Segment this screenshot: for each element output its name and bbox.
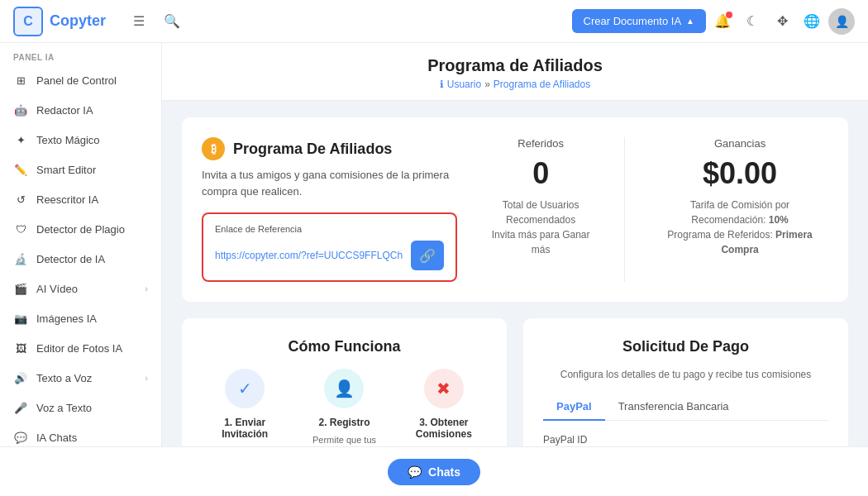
affiliate-card: ₿ Programa De Afiliados Invita a tus ami… bbox=[182, 117, 848, 302]
logo-icon: C bbox=[13, 7, 43, 36]
move-icon[interactable]: ✥ bbox=[769, 8, 795, 35]
crear-documento-button[interactable]: Crear Documento IA ▲ bbox=[572, 9, 706, 33]
sidebar-label-panel-control: Panel de Control bbox=[36, 74, 117, 87]
sidebar-item-detector-plagio[interactable]: 🛡 Detector de Plagio bbox=[0, 214, 161, 244]
topbar-actions: Crear Documento IA ▲ 🔔 ☾ ✥ 🌐 👤 bbox=[572, 8, 855, 35]
stat-divider bbox=[624, 137, 625, 282]
grid-icon: ⊞ bbox=[13, 73, 28, 88]
sidebar-item-detector-ia[interactable]: 🔬 Detector de IA bbox=[0, 244, 161, 274]
affiliate-title: Programa De Afiliados bbox=[233, 141, 392, 158]
bottom-bar: 💬 Chats bbox=[0, 446, 868, 496]
page-title: Programa de Afiliados bbox=[188, 56, 842, 75]
referral-url-text[interactable]: https://copyter.com/?ref=UUCCS9FFLQCh bbox=[215, 250, 403, 261]
logo-text: Copyter bbox=[50, 12, 106, 30]
affiliate-description: Invita a tus amigos y gana comisiones de… bbox=[202, 167, 457, 199]
chevron-right-icon: › bbox=[145, 284, 148, 293]
referidos-label: Referidos bbox=[484, 137, 598, 150]
edit-icon: ✏️ bbox=[13, 162, 28, 177]
page-header: Programa de Afiliados ℹ Usuario » Progra… bbox=[162, 43, 868, 101]
copy-referral-button[interactable]: 🔗 bbox=[411, 241, 444, 270]
sidebar-label-redactor-ia: Redactor IA bbox=[36, 104, 93, 117]
avatar[interactable]: 👤 bbox=[828, 8, 855, 35]
video-icon: 🎬 bbox=[13, 281, 28, 296]
step-2-num: 2. Registro bbox=[301, 417, 387, 428]
speaker-icon: 🔊 bbox=[13, 370, 28, 385]
stats-section: Referidos 0 Total de Usuarios Recomendad… bbox=[484, 137, 828, 282]
ganancias-value: $0.00 bbox=[651, 156, 828, 191]
chat-bottom-icon: 💬 bbox=[408, 465, 422, 479]
main-scrollable: ₿ Programa De Afiliados Invita a tus ami… bbox=[162, 101, 868, 446]
referral-box: Enlace de Referencia https://copyter.com… bbox=[202, 212, 457, 282]
sidebar-item-texto-voz[interactable]: 🔊 Texto a Voz › bbox=[0, 363, 161, 393]
step-2-desc: Permite que tus amigos se registren usan… bbox=[301, 433, 387, 446]
step-3-num: 3. Obtener Comisiones bbox=[401, 417, 487, 440]
affiliate-header: ₿ Programa De Afiliados bbox=[202, 137, 457, 160]
main-content-area: Programa de Afiliados ℹ Usuario » Progra… bbox=[162, 43, 868, 446]
ganancias-label: Ganancias bbox=[651, 137, 828, 150]
sidebar-label-imagenes-ia: Imágenes IA bbox=[36, 312, 97, 325]
sidebar: PANEL IA ⊞ Panel de Control 🤖 Redactor I… bbox=[0, 43, 162, 446]
globe-icon[interactable]: 🌐 bbox=[799, 8, 825, 35]
sidebar-label-detector-ia: Detector de IA bbox=[36, 253, 105, 265]
step-1-icon: ✓ bbox=[225, 369, 265, 408]
referidos-stat: Referidos 0 Total de Usuarios Recomendad… bbox=[484, 137, 598, 282]
payment-tabs: PayPal Transferencia Bancaria bbox=[543, 393, 828, 421]
tab-paypal[interactable]: PayPal bbox=[543, 393, 605, 421]
topbar: C Copyter ☰ 🔍 Crear Documento IA ▲ 🔔 ☾ ✥… bbox=[0, 0, 868, 43]
sidebar-label-reescritor-ia: Reescritor IA bbox=[36, 193, 98, 206]
sidebar-item-voz-texto[interactable]: 🎤 Voz a Texto bbox=[0, 393, 161, 422]
referidos-sub: Total de Usuarios Recomendados Invita má… bbox=[484, 198, 598, 257]
tab-bank[interactable]: Transferencia Bancaria bbox=[605, 393, 742, 421]
search-icon[interactable]: 🔍 bbox=[159, 8, 185, 35]
sidebar-item-reescritor-ia[interactable]: ↺ Reescritor IA bbox=[0, 184, 161, 214]
referral-label: Enlace de Referencia bbox=[215, 224, 444, 234]
sidebar-item-smart-editor[interactable]: ✏️ Smart Editor bbox=[0, 155, 161, 184]
sidebar-item-redactor-ia[interactable]: 🤖 Redactor IA bbox=[0, 95, 161, 125]
affiliate-left: ₿ Programa De Afiliados Invita a tus ami… bbox=[202, 137, 457, 282]
notification-icon[interactable]: 🔔 bbox=[709, 8, 736, 35]
sidebar-label-ia-chats: IA Chats bbox=[36, 432, 77, 444]
sidebar-label-voz-texto: Voz a Texto bbox=[36, 402, 92, 414]
menu-icon[interactable]: ☰ bbox=[126, 8, 152, 35]
mic-icon: 🎤 bbox=[13, 400, 28, 415]
sidebar-label-editor-fotos: Editor de Fotos IA bbox=[36, 342, 122, 355]
chat-icon: 💬 bbox=[13, 430, 28, 445]
sidebar-label-smart-editor: Smart Editor bbox=[36, 164, 96, 176]
microscope-icon: 🔬 bbox=[13, 251, 28, 266]
sidebar-item-ia-chats[interactable]: 💬 IA Chats bbox=[0, 422, 161, 446]
referidos-value: 0 bbox=[484, 156, 598, 191]
sidebar-item-ai-video[interactable]: 🎬 AI Vídeo › bbox=[0, 274, 161, 303]
bottom-grid: Cómo Funciona ✓ 1. Enviar Invitación Env… bbox=[182, 318, 848, 446]
how-it-works-card: Cómo Funciona ✓ 1. Enviar Invitación Env… bbox=[182, 318, 507, 446]
sidebar-item-texto-magico[interactable]: ✦ Texto Mágico bbox=[0, 125, 161, 155]
breadcrumb-current: Programa de Afiliados bbox=[494, 79, 590, 90]
payment-subtitle: Configura los detalles de tu pago y reci… bbox=[543, 369, 828, 380]
chevron-up-icon: ▲ bbox=[686, 17, 694, 26]
chats-button[interactable]: 💬 Chats bbox=[388, 459, 480, 485]
sidebar-item-editor-fotos[interactable]: 🖼 Editor de Fotos IA bbox=[0, 333, 161, 363]
breadcrumb: ℹ Usuario » Programa de Afiliados bbox=[188, 79, 842, 90]
photo-icon: 🖼 bbox=[13, 341, 28, 355]
magic-icon: ✦ bbox=[13, 132, 28, 147]
sidebar-label-detector-plagio: Detector de Plagio bbox=[36, 223, 125, 236]
breadcrumb-home[interactable]: Usuario bbox=[447, 79, 481, 90]
payment-card: Solicitud De Pago Configura los detalles… bbox=[523, 318, 848, 446]
robot-icon: 🤖 bbox=[13, 103, 28, 117]
how-title: Cómo Funciona bbox=[202, 338, 487, 355]
breadcrumb-icon: ℹ bbox=[440, 79, 444, 90]
sidebar-item-imagenes-ia[interactable]: 📷 Imágenes IA bbox=[0, 303, 161, 333]
step-1: ✓ 1. Enviar Invitación Envía tu enlace d… bbox=[202, 369, 288, 446]
sidebar-label-texto-magico: Texto Mágico bbox=[36, 134, 100, 146]
paypal-id-field: PayPal ID bbox=[543, 434, 828, 446]
rewrite-icon: ↺ bbox=[13, 192, 28, 207]
steps-row: ✓ 1. Enviar Invitación Envía tu enlace d… bbox=[202, 369, 487, 446]
step-3-icon: ✖ bbox=[424, 369, 464, 408]
sidebar-item-panel-control[interactable]: ⊞ Panel de Control bbox=[0, 65, 161, 95]
camera-icon: 📷 bbox=[13, 311, 28, 326]
affiliate-coin-icon: ₿ bbox=[202, 137, 225, 160]
sidebar-section-label: PANEL IA bbox=[0, 43, 161, 65]
moon-icon[interactable]: ☾ bbox=[739, 8, 765, 35]
payment-title: Solicitud De Pago bbox=[543, 338, 828, 355]
sidebar-label-texto-voz: Texto a Voz bbox=[36, 372, 92, 384]
breadcrumb-sep: » bbox=[484, 79, 490, 90]
